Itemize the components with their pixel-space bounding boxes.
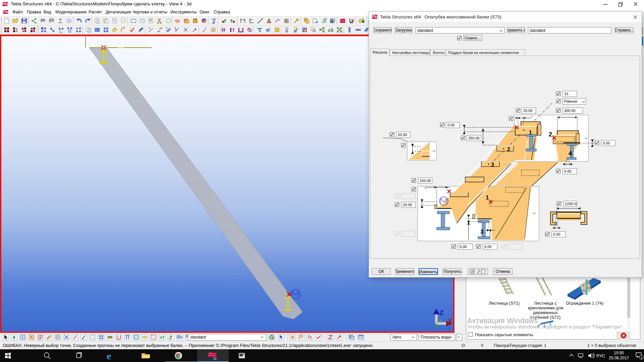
svg-text:3: 3: [491, 162, 494, 168]
svg-text:e: e: [107, 350, 111, 361]
svg-text:3: 3: [480, 229, 483, 235]
svg-text:1: 1: [486, 194, 489, 201]
svg-text:21: 21: [213, 357, 217, 360]
svg-text:4: 4: [569, 150, 572, 157]
svg-text:1: 1: [641, 356, 642, 359]
svg-text:Z: Z: [439, 309, 443, 316]
svg-text:2: 2: [507, 146, 510, 152]
svg-text:Y: Y: [439, 318, 442, 323]
svg-text:2: 2: [549, 131, 552, 138]
svg-text:X: X: [448, 318, 452, 324]
svg-text:8: 8: [310, 336, 312, 340]
